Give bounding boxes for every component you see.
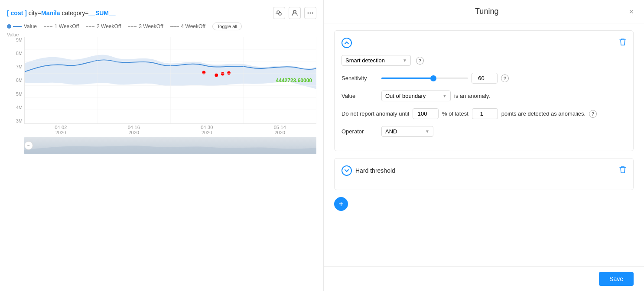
chart-icon-person[interactable]: [289, 7, 301, 19]
y-axis-labels: 9M 8M 7M 6M 5M 4M 3M: [7, 37, 23, 123]
sensitivity-row: Sensitivity ?: [342, 73, 626, 84]
anomaly-help-icon[interactable]: ?: [589, 110, 597, 118]
minimap: [24, 137, 316, 154]
section-header-left: [342, 38, 352, 48]
detection-type-help-icon[interactable]: ?: [416, 57, 424, 65]
sensitivity-slider-thumb[interactable]: [430, 75, 436, 81]
chart-icon-group[interactable]: [273, 7, 285, 19]
tuning-title: Tuning: [345, 7, 629, 16]
tuning-body: Smart detection ▼ ? Sensitivity ?: [324, 23, 644, 266]
x-label-0: 04-02 2020: [55, 125, 67, 135]
collapse-button[interactable]: −: [24, 141, 33, 150]
anomaly-prefix: Do not report anomaly until: [342, 110, 409, 117]
anomaly-percent-input[interactable]: [413, 108, 439, 119]
chart-header: [ cost ] city=Manila category=__SUM__: [7, 7, 316, 19]
legend-value: Value: [7, 23, 37, 29]
hard-threshold-header-left: Hard threshold: [342, 165, 395, 176]
legend-2weekoff: 2 WeekOff: [86, 23, 121, 29]
svg-point-2: [293, 10, 296, 13]
smart-detection-delete-button[interactable]: [619, 38, 626, 48]
value-select-row: Out of boundary ▼ is an anomaly.: [381, 91, 490, 101]
sensitivity-input[interactable]: [472, 73, 498, 84]
save-button[interactable]: Save: [599, 272, 634, 286]
section-header-smart: [342, 38, 626, 48]
value-dropdown[interactable]: Out of boundary ▼: [381, 91, 451, 101]
minimap-inner: [24, 137, 316, 154]
hard-threshold-collapse-button[interactable]: [342, 165, 352, 176]
y-axis-title: Value: [7, 32, 19, 37]
value-label: Value: [342, 93, 376, 99]
smart-detection-section: Smart detection ▼ ? Sensitivity ?: [334, 30, 634, 151]
sensitivity-help-icon[interactable]: ?: [501, 74, 509, 82]
sensitivity-slider-container: ?: [381, 73, 626, 84]
tuning-panel: Tuning × Smart detection ▼: [323, 0, 644, 291]
chart-icon-more[interactable]: [304, 7, 316, 19]
legend-1weekoff: 1 WeekOff: [44, 23, 79, 29]
tuning-footer: Save: [324, 266, 644, 291]
svg-point-3: [308, 13, 309, 14]
legend-4weekoff: 4 WeekOff: [170, 23, 205, 29]
svg-point-5: [312, 13, 313, 14]
is-anomaly-text: is an anomaly.: [454, 93, 490, 99]
sensitivity-slider-fill: [381, 78, 433, 79]
sensitivity-slider-track[interactable]: [381, 78, 468, 79]
svg-point-1: [279, 13, 281, 15]
anomaly-report-row: Do not report anomaly until % of latest …: [342, 108, 626, 119]
legend-3weekoff: 3 WeekOff: [128, 23, 163, 29]
chart-svg: [25, 37, 316, 123]
tuning-header: Tuning ×: [324, 0, 644, 23]
detection-type-row: Smart detection ▼ ?: [342, 55, 626, 66]
operator-row: Operator AND ▼: [342, 126, 626, 137]
detection-type-dropdown[interactable]: Smart detection ▼: [342, 55, 411, 66]
anomaly-points-input[interactable]: [472, 108, 498, 119]
close-button[interactable]: ×: [629, 8, 634, 16]
sensitivity-label: Sensitivity: [342, 75, 376, 81]
hard-threshold-label: Hard threshold: [355, 167, 395, 174]
operator-label: Operator: [342, 128, 376, 135]
anomaly-dot-4: [227, 71, 231, 75]
svg-point-4: [310, 13, 311, 14]
x-axis-labels: 04-02 2020 04-16 2020 04-30 2020 05-14 2…: [24, 125, 316, 135]
x-label-2: 04-30 2020: [201, 125, 213, 135]
anomaly-points-suffix: points are detected as anomalies.: [501, 110, 585, 117]
x-label-1: 04-16 2020: [128, 125, 140, 135]
anomaly-dot-3: [221, 72, 224, 76]
value-row: Value Out of boundary ▼ is an anomaly.: [342, 91, 626, 101]
chart-panel: [ cost ] city=Manila category=__SUM__ Va…: [0, 0, 323, 291]
operator-dropdown[interactable]: AND ▼: [381, 126, 433, 137]
anomaly-dot-1: [202, 71, 206, 74]
smart-detection-collapse-button[interactable]: [342, 38, 352, 48]
hard-threshold-section: Hard threshold: [334, 158, 634, 190]
chart-value-label: 4442723.60000: [276, 78, 312, 84]
chart-title: [ cost ] city=Manila category=__SUM__: [7, 10, 116, 16]
x-label-3: 05-14 2020: [274, 125, 286, 135]
hard-threshold-delete-button[interactable]: [619, 166, 626, 175]
toggle-all-button[interactable]: Toggle all: [212, 23, 242, 30]
chart-icons: [273, 7, 316, 19]
add-section-button[interactable]: +: [334, 197, 348, 211]
anomaly-percent-suffix: % of latest: [442, 110, 468, 117]
chart-legend: Value 1 WeekOff 2 WeekOff 3 WeekOff 4 We…: [7, 23, 316, 30]
section-header-hard: Hard threshold: [342, 165, 626, 176]
anomaly-dot-2: [215, 74, 218, 77]
chart-area: 9M 8M 7M 6M 5M 4M 3M: [24, 37, 316, 124]
